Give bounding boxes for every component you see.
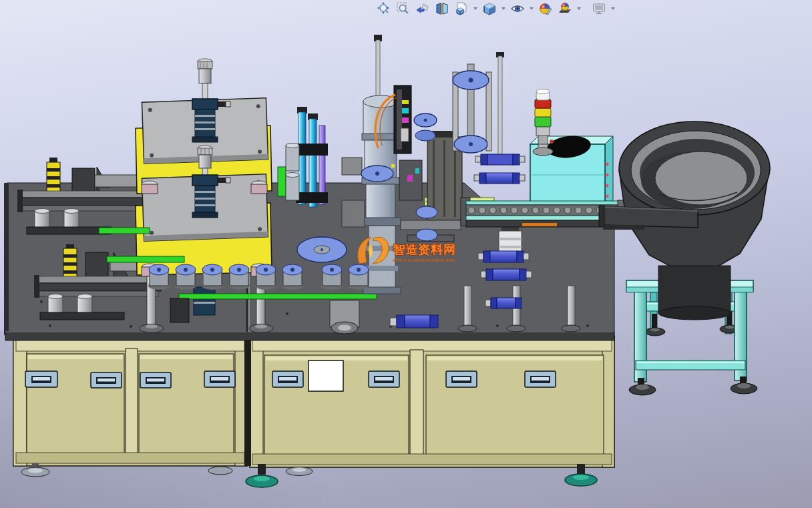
guide-rods <box>296 107 328 207</box>
tower-green-light <box>535 117 551 127</box>
apply-scene-button[interactable] <box>556 1 574 17</box>
hide-show-items-button[interactable] <box>509 1 526 17</box>
door-label <box>309 360 343 391</box>
apply-scene-flyout-arrow[interactable] <box>576 1 582 17</box>
zoom-to-fit-icon <box>377 1 391 16</box>
view-settings-button[interactable] <box>590 1 608 17</box>
view-settings-icon <box>592 1 606 16</box>
apply-scene-icon <box>558 1 572 16</box>
zoom-to-fit-button[interactable] <box>375 1 393 17</box>
display-style-flyout-arrow[interactable] <box>500 1 507 17</box>
view-toolbar <box>375 1 616 17</box>
edit-appearance-icon <box>538 1 553 16</box>
zoom-to-area-icon <box>396 1 411 16</box>
hide-show-items-icon <box>510 1 525 16</box>
section-view-icon <box>435 1 449 16</box>
view-orientation-button[interactable] <box>453 1 470 17</box>
star-wheel[interactable] <box>297 237 347 262</box>
cabinet-handles[interactable] <box>25 371 556 388</box>
tower-yellow-light <box>535 108 551 117</box>
section-view-button[interactable] <box>433 1 451 17</box>
nest-pucks[interactable] <box>148 264 369 290</box>
display-style-button[interactable] <box>481 1 498 17</box>
hide-show-items-flyout-arrow[interactable] <box>528 1 535 17</box>
machine-model[interactable] <box>0 0 812 508</box>
machine-base-cabinets[interactable] <box>13 336 614 487</box>
zoom-to-area-button[interactable] <box>395 1 412 17</box>
previous-view-icon <box>415 1 430 16</box>
display-style-icon <box>482 1 497 16</box>
edit-appearance-button[interactable] <box>537 1 554 17</box>
view-orientation-icon <box>454 1 469 16</box>
cad-viewport[interactable]: 智造资料网 HTTP://CHN.MANUFACTURING.DATA <box>0 0 812 508</box>
view-settings-flyout-arrow[interactable] <box>610 1 616 17</box>
view-orientation-flyout-arrow[interactable] <box>472 1 479 17</box>
previous-view-button[interactable] <box>414 1 431 17</box>
tower-red-light <box>535 99 551 108</box>
feeder-chute[interactable] <box>599 206 698 230</box>
